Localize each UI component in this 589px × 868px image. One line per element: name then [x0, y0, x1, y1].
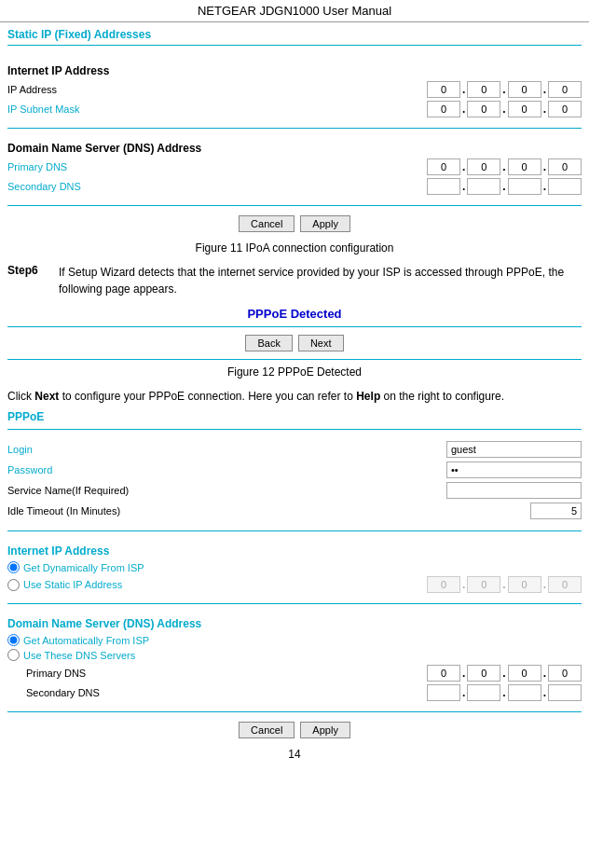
- dns-title: Domain Name Server (DNS) Address: [7, 142, 582, 155]
- get-dynamic-radio[interactable]: [7, 561, 20, 573]
- secondary-dns-fields: . . .: [427, 178, 582, 195]
- use-these-dns-radio[interactable]: [7, 649, 20, 661]
- pppoe-secondary-dns-octet-3[interactable]: [508, 684, 541, 701]
- subnet-octet-3[interactable]: [508, 101, 541, 117]
- pppoe-secondary-dns-octet-4[interactable]: [548, 684, 582, 701]
- get-auto-dns-row: Get Automatically From ISP: [7, 634, 582, 646]
- pppoe-cancel-button[interactable]: Cancel: [239, 722, 294, 738]
- secondary-dns-row: Secondary DNS . . .: [7, 178, 582, 195]
- use-static-row: Use Static IP Address . . .: [7, 576, 582, 593]
- divider-8: [7, 603, 582, 604]
- primary-dns-octet-4[interactable]: [548, 158, 582, 175]
- secondary-dns-dot-3: .: [543, 180, 546, 193]
- subnet-mask-label: IP Subnet Mask: [7, 103, 427, 115]
- static-ip-octet-2[interactable]: [467, 576, 500, 593]
- step6-label: Step6: [7, 264, 49, 297]
- idle-timeout-label: Idle Timeout (In Minutes): [7, 505, 530, 517]
- service-name-input[interactable]: [446, 482, 582, 499]
- pppoe-dns-section: Domain Name Server (DNS) Address Get Aut…: [0, 608, 589, 708]
- primary-dns-dot-1: .: [462, 160, 465, 173]
- pppoe-secondary-dns-row: Secondary DNS . . .: [7, 684, 582, 701]
- use-these-dns-label: Use These DNS Servers: [23, 650, 135, 661]
- static-ip-button-row: Cancel Apply: [0, 215, 589, 232]
- pppoe-primary-dns-label: Primary DNS: [26, 668, 427, 679]
- get-auto-dns-radio[interactable]: [7, 634, 20, 646]
- subnet-octet-2[interactable]: [467, 101, 500, 117]
- primary-dns-dot-2: .: [502, 160, 505, 173]
- pppoe-secondary-dns-octet-1[interactable]: [427, 684, 460, 701]
- subnet-mask-row: IP Subnet Mask . . .: [7, 101, 582, 117]
- login-input[interactable]: [446, 441, 582, 458]
- nav-button-row: Back Next: [0, 335, 589, 351]
- primary-dns-octet-2[interactable]: [467, 158, 500, 175]
- service-name-label: Service Name(If Required): [7, 485, 446, 496]
- pppoe-form: Login Password Service Name(If Required)…: [0, 434, 589, 527]
- idle-timeout-input[interactable]: [530, 503, 582, 519]
- subnet-dot-3: .: [543, 103, 546, 116]
- next-button[interactable]: Next: [298, 335, 344, 351]
- static-ip-apply-button[interactable]: Apply: [300, 215, 350, 232]
- pppoe-primary-dns-octet-2[interactable]: [467, 665, 500, 682]
- pppoe-secondary-dns-dot-3: .: [543, 686, 546, 699]
- ip-octet-4[interactable]: [548, 81, 582, 98]
- back-button[interactable]: Back: [245, 335, 292, 351]
- password-input[interactable]: [446, 462, 582, 478]
- static-ip-fields: . . .: [427, 576, 582, 593]
- page-title: NETGEAR JDGN1000 User Manual: [198, 4, 391, 18]
- pppoe-section-link[interactable]: PPPoE: [0, 408, 589, 425]
- static-ip-section-title: Static IP (Fixed) Addresses: [7, 28, 582, 41]
- static-ip-octet-1[interactable]: [427, 576, 460, 593]
- ip-address-fields: . . .: [427, 81, 582, 98]
- secondary-dns-octet-3[interactable]: [508, 178, 541, 195]
- static-ip-octet-3[interactable]: [508, 576, 541, 593]
- static-ip-dot-1: .: [462, 578, 465, 591]
- pppoe-primary-dns-fields: . . .: [427, 665, 582, 682]
- subnet-octet-1[interactable]: [427, 101, 460, 117]
- next-bold: Next: [34, 390, 59, 403]
- ip-dot-1: .: [462, 83, 465, 96]
- pppoe-primary-dns-dot-1: .: [462, 667, 465, 680]
- ip-octet-1[interactable]: [427, 81, 460, 98]
- pppoe-secondary-dns-dot-1: .: [462, 686, 465, 699]
- primary-dns-fields: . . .: [427, 158, 582, 175]
- pppoe-primary-dns-octet-3[interactable]: [508, 665, 541, 682]
- login-label: Login: [7, 444, 446, 455]
- divider-6: [7, 429, 582, 430]
- password-label: Password: [7, 464, 446, 475]
- use-these-dns-row: Use These DNS Servers: [7, 649, 582, 661]
- pppoe-secondary-dns-label: Secondary DNS: [26, 687, 427, 698]
- step6-text: If Setup Wizard detects that the interne…: [59, 264, 582, 297]
- secondary-dns-label: Secondary DNS: [7, 181, 427, 192]
- subnet-octet-4[interactable]: [548, 101, 582, 117]
- primary-dns-dot-3: .: [543, 160, 546, 173]
- use-static-radio[interactable]: [7, 579, 20, 591]
- pppoe-apply-button[interactable]: Apply: [300, 722, 350, 738]
- pppoe-primary-dns-octet-4[interactable]: [548, 665, 582, 682]
- page-header: NETGEAR JDGN1000 User Manual: [0, 0, 589, 22]
- primary-dns-octet-1[interactable]: [427, 158, 460, 175]
- password-row: Password: [7, 462, 582, 478]
- static-ip-cancel-button[interactable]: Cancel: [239, 215, 294, 232]
- ip-octet-2[interactable]: [467, 81, 500, 98]
- divider-4: [7, 326, 582, 327]
- ip-octet-3[interactable]: [508, 81, 541, 98]
- divider-7: [7, 530, 582, 531]
- secondary-dns-octet-4[interactable]: [548, 178, 582, 195]
- subnet-mask-fields: . . .: [427, 101, 582, 117]
- pppoe-internet-ip-title: Internet IP Address: [7, 544, 582, 558]
- secondary-dns-octet-2[interactable]: [467, 178, 500, 195]
- pppoe-primary-dns-row: Primary DNS . . .: [7, 665, 582, 682]
- pppoe-secondary-dns-fields: . . .: [427, 684, 582, 701]
- pppoe-primary-dns-octet-1[interactable]: [427, 665, 460, 682]
- ip-dot-2: .: [502, 83, 505, 96]
- internet-ip-title: Internet IP Address: [7, 64, 582, 77]
- step6-row: Step6 If Setup Wizard detects that the i…: [0, 260, 589, 301]
- primary-dns-label: Primary DNS: [7, 161, 427, 172]
- primary-dns-octet-3[interactable]: [508, 158, 541, 175]
- ip-address-row: IP Address . . .: [7, 81, 582, 98]
- pppoe-secondary-dns-octet-2[interactable]: [467, 684, 500, 701]
- divider-2: [7, 128, 582, 129]
- static-ip-octet-4[interactable]: [548, 576, 582, 593]
- secondary-dns-octet-1[interactable]: [427, 178, 460, 195]
- divider-9: [7, 711, 582, 712]
